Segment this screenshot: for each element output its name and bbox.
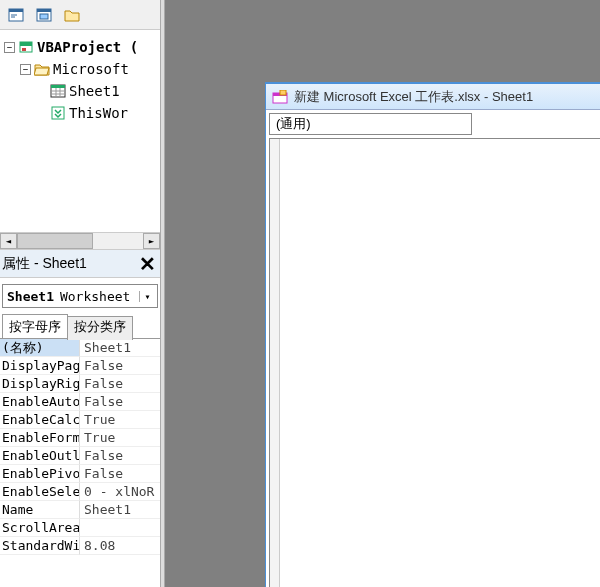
property-row[interactable]: DisplayPagFalse: [0, 357, 160, 375]
property-row[interactable]: DisplayRigFalse: [0, 375, 160, 393]
property-row[interactable]: EnableCalcTrue: [0, 411, 160, 429]
properties-object-selector[interactable]: Sheet1 Worksheet ▾: [2, 284, 158, 308]
property-name: DisplayRig: [0, 375, 80, 393]
folder-open-icon: [34, 61, 50, 77]
svg-rect-19: [280, 90, 286, 95]
property-value[interactable]: True: [80, 411, 160, 429]
property-value[interactable]: False: [80, 357, 160, 375]
property-value[interactable]: [80, 519, 160, 537]
scroll-left-icon[interactable]: ◄: [0, 233, 17, 249]
tree-root-vbaproject[interactable]: − VBAProject (: [2, 36, 160, 58]
properties-tabs: 按字母序 按分类序: [0, 314, 160, 338]
property-value[interactable]: Sheet1: [80, 501, 160, 519]
code-margin: [270, 139, 280, 587]
property-name: EnableAuto: [0, 393, 80, 411]
tab-alphabetic[interactable]: 按字母序: [2, 314, 68, 338]
tree-folder-label: Microsoft: [53, 58, 129, 80]
properties-header: 属性 - Sheet1 ✕: [0, 250, 160, 278]
properties-grid[interactable]: (名称)Sheet1DisplayPagFalseDisplayRigFalse…: [0, 338, 160, 555]
left-panel: − VBAProject ( − Microsoft Sheet1: [0, 0, 160, 587]
svg-rect-9: [22, 48, 26, 51]
svg-rect-11: [51, 85, 65, 88]
mdi-area: 新建 Microsoft Excel 工作表.xlsx - Sheet1 (通用…: [165, 0, 600, 587]
project-explorer[interactable]: − VBAProject ( − Microsoft Sheet1: [0, 30, 160, 250]
properties-title: 属性 - Sheet1: [2, 255, 87, 273]
property-name: (名称): [0, 339, 80, 357]
code-window-titlebar[interactable]: 新建 Microsoft Excel 工作表.xlsx - Sheet1: [266, 84, 600, 110]
svg-rect-8: [20, 42, 32, 46]
workbook-icon: [50, 105, 66, 121]
property-name: EnableForm: [0, 429, 80, 447]
tab-alpha-label: 按字母序: [9, 319, 61, 334]
tree-folder-microsoft[interactable]: − Microsoft: [2, 58, 160, 80]
property-row[interactable]: ScrollArea: [0, 519, 160, 537]
property-value[interactable]: True: [80, 429, 160, 447]
tree-item-sheet1[interactable]: Sheet1: [2, 80, 160, 102]
property-value[interactable]: 8.08: [80, 537, 160, 555]
property-name: EnableSele: [0, 483, 80, 501]
property-value[interactable]: False: [80, 393, 160, 411]
tab-categorized[interactable]: 按分类序: [67, 316, 133, 340]
chevron-down-icon[interactable]: ▾: [139, 291, 155, 302]
code-object-value: (通用): [276, 115, 311, 133]
code-window-title: 新建 Microsoft Excel 工作表.xlsx - Sheet1: [294, 88, 533, 106]
selector-object-name: Sheet1: [7, 289, 54, 304]
vbaproject-icon: [18, 39, 34, 55]
property-value[interactable]: False: [80, 465, 160, 483]
close-icon[interactable]: ✕: [138, 255, 156, 273]
code-window[interactable]: 新建 Microsoft Excel 工作表.xlsx - Sheet1 (通用…: [265, 82, 600, 587]
property-row[interactable]: EnableAutoFalse: [0, 393, 160, 411]
property-name: EnablePivo: [0, 465, 80, 483]
property-row[interactable]: (名称)Sheet1: [0, 339, 160, 357]
selector-object-type: Worksheet: [60, 289, 130, 304]
property-name: Name: [0, 501, 80, 519]
worksheet-icon: [50, 83, 66, 99]
project-toolbar: [0, 0, 160, 30]
collapse-icon[interactable]: −: [20, 64, 31, 75]
folder-icon[interactable]: [60, 4, 84, 26]
tab-category-label: 按分类序: [74, 319, 126, 334]
property-name: StandardWi: [0, 537, 80, 555]
property-row[interactable]: EnableFormTrue: [0, 429, 160, 447]
svg-rect-1: [9, 9, 23, 12]
code-window-icon: [272, 90, 288, 104]
property-row[interactable]: StandardWi8.08: [0, 537, 160, 555]
code-object-dropdown[interactable]: (通用): [269, 113, 472, 135]
property-value[interactable]: False: [80, 447, 160, 465]
property-value[interactable]: 0 - xlNoR: [80, 483, 160, 501]
tree-workbook-label: ThisWor: [69, 102, 128, 124]
property-name: DisplayPag: [0, 357, 80, 375]
property-name: EnableOutl: [0, 447, 80, 465]
svg-rect-6: [40, 14, 48, 19]
property-row[interactable]: EnablePivoFalse: [0, 465, 160, 483]
tree-root-label: VBAProject (: [37, 36, 138, 58]
svg-rect-5: [37, 9, 51, 12]
scroll-track[interactable]: [17, 233, 143, 249]
property-value[interactable]: Sheet1: [80, 339, 160, 357]
property-name: ScrollArea: [0, 519, 80, 537]
tree-h-scrollbar[interactable]: ◄ ►: [0, 232, 160, 249]
tree-sheet-label: Sheet1: [69, 80, 120, 102]
property-row[interactable]: EnableOutlFalse: [0, 447, 160, 465]
property-row[interactable]: EnableSele0 - xlNoR: [0, 483, 160, 501]
scroll-thumb[interactable]: [17, 233, 93, 249]
property-row[interactable]: NameSheet1: [0, 501, 160, 519]
view-code-icon[interactable]: [4, 4, 28, 26]
collapse-icon[interactable]: −: [4, 42, 15, 53]
view-object-icon[interactable]: [32, 4, 56, 26]
property-name: EnableCalc: [0, 411, 80, 429]
code-editor[interactable]: [269, 138, 600, 587]
scroll-right-icon[interactable]: ►: [143, 233, 160, 249]
property-value[interactable]: False: [80, 375, 160, 393]
tree-item-thisworkbook[interactable]: ThisWor: [2, 102, 160, 124]
